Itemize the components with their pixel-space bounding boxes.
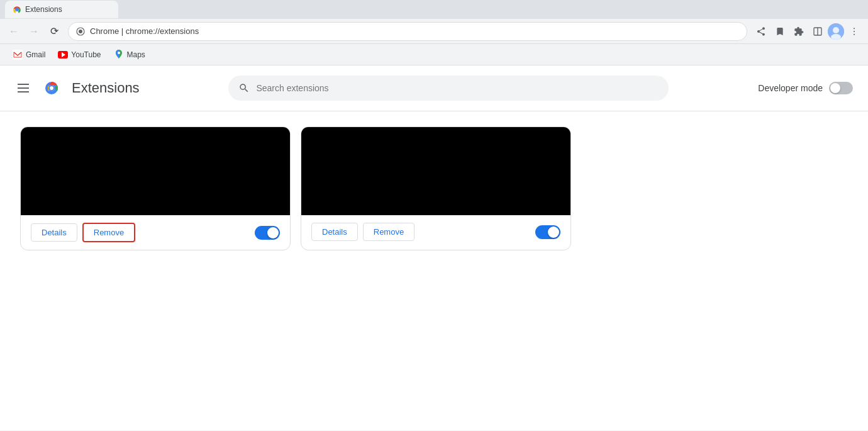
- search-input[interactable]: [256, 83, 659, 93]
- youtube-icon: [58, 50, 68, 60]
- gmail-icon: [13, 50, 23, 60]
- remove-button-2[interactable]: Remove: [363, 223, 415, 241]
- svg-point-15: [118, 52, 120, 54]
- extension-preview-1: [21, 127, 290, 215]
- active-tab[interactable]: Extensions: [5, 1, 118, 18]
- extension-preview-2: [301, 127, 570, 215]
- extension-card-2: Details Remove: [301, 126, 571, 250]
- gmail-label: Gmail: [26, 50, 45, 59]
- bookmark-button[interactable]: [771, 23, 789, 40]
- youtube-label: YouTube: [71, 50, 101, 59]
- bookmark-gmail[interactable]: Gmail: [8, 48, 50, 62]
- enable-toggle-2[interactable]: [535, 225, 560, 239]
- extension-footer-2: Details Remove: [301, 215, 570, 249]
- maps-label: Maps: [127, 50, 145, 59]
- svg-point-3: [79, 30, 82, 33]
- reload-button[interactable]: ⟳: [45, 23, 63, 40]
- address-text: Chrome | chrome://extensions: [90, 26, 739, 36]
- enable-toggle-1[interactable]: [255, 226, 280, 240]
- developer-mode-section: Developer mode: [758, 82, 853, 94]
- svg-point-7: [833, 27, 839, 33]
- search-icon: [238, 82, 250, 94]
- svg-point-10: [854, 31, 855, 32]
- svg-point-9: [854, 28, 855, 29]
- tab-label: Extensions: [25, 5, 62, 14]
- profile-avatar[interactable]: [828, 23, 844, 40]
- extension-card-1: Details Remove: [20, 126, 291, 250]
- extension-footer-1: Details Remove: [21, 215, 290, 250]
- bookmark-youtube[interactable]: YouTube: [53, 48, 106, 62]
- maps-icon: [114, 50, 124, 60]
- share-button[interactable]: [752, 23, 770, 40]
- page-title: Extensions: [72, 80, 140, 96]
- developer-mode-toggle[interactable]: [829, 82, 853, 94]
- search-bar-container: [228, 76, 669, 101]
- chrome-favicon-icon: [13, 5, 21, 14]
- developer-mode-label: Developer mode: [758, 83, 823, 93]
- extensions-header: Extensions Developer mode: [0, 65, 868, 111]
- extensions-grid: Details Remove Details Remove: [0, 111, 868, 266]
- remove-button-1[interactable]: Remove: [82, 223, 135, 242]
- split-screen-button[interactable]: [809, 23, 826, 40]
- security-icon: [76, 27, 85, 36]
- address-bar[interactable]: Chrome | chrome://extensions: [68, 22, 747, 41]
- forward-button[interactable]: →: [25, 23, 43, 40]
- menu-icon[interactable]: [15, 81, 31, 95]
- back-button[interactable]: ←: [5, 23, 23, 40]
- bookmark-maps[interactable]: Maps: [109, 48, 150, 62]
- svg-point-19: [50, 86, 53, 90]
- extensions-button[interactable]: [790, 23, 808, 40]
- details-button-1[interactable]: Details: [31, 223, 77, 242]
- details-button-2[interactable]: Details: [311, 223, 358, 241]
- bookmarks-bar: Gmail YouTube Maps: [0, 44, 868, 65]
- chrome-logo-icon: [42, 78, 62, 98]
- svg-point-11: [854, 33, 855, 35]
- menu-button[interactable]: [845, 23, 863, 40]
